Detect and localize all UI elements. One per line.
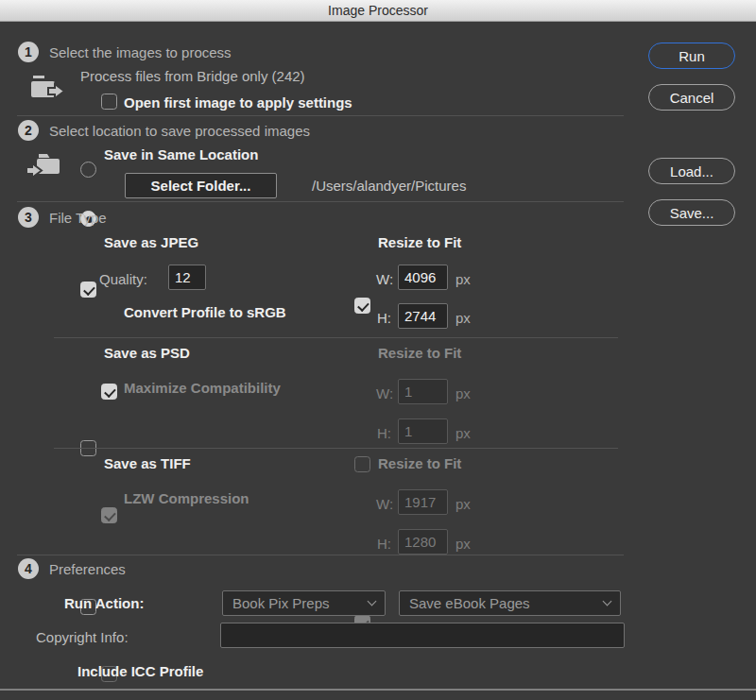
divider — [54, 448, 618, 449]
save-as-tiff-label[interactable]: Save as TIFF — [104, 455, 191, 471]
jpeg-h-unit: px — [455, 310, 471, 326]
image-processor-dialog: Image Processor 1 Select the images to p… — [0, 0, 756, 700]
process-files-icon — [28, 73, 66, 105]
load-button[interactable]: Load... — [648, 158, 735, 184]
psd-w-unit: px — [455, 385, 471, 401]
save-button-label: Save... — [670, 205, 714, 221]
psd-h-label: H: — [377, 425, 391, 441]
psd-w-label: W: — [376, 385, 393, 401]
step3-badge: 3 — [18, 207, 39, 228]
step4-title: Preferences — [49, 561, 126, 577]
include-icc-profile-label[interactable]: Include ICC Profile — [77, 663, 203, 679]
tiff-resize-label: Resize to Fit — [378, 455, 461, 471]
divider — [54, 337, 618, 338]
psd-w-input — [398, 379, 448, 404]
step1-title: Select the images to process — [49, 44, 232, 60]
tiff-h-label: H: — [377, 536, 391, 552]
action-select[interactable]: Save eBook Pages — [399, 590, 621, 616]
quality-input[interactable] — [168, 265, 206, 290]
step2-title: Select location to save processed images — [49, 123, 310, 139]
save-button[interactable]: Save... — [648, 199, 735, 226]
save-same-location-label[interactable]: Save in Same Location — [104, 146, 258, 162]
tiff-h-input — [398, 529, 448, 555]
load-button-label: Load... — [670, 163, 713, 179]
convert-srgb-label[interactable]: Convert Profile to sRGB — [124, 304, 286, 320]
step3-number: 3 — [25, 210, 32, 225]
run-action-label[interactable]: Run Action: — [64, 595, 144, 611]
cancel-button-label: Cancel — [670, 90, 714, 106]
jpeg-h-input[interactable] — [398, 303, 448, 329]
maximize-compatibility-checkbox — [101, 507, 117, 523]
bridge-source-label: Process files from Bridge only (242) — [80, 68, 305, 84]
save-as-jpeg-checkbox[interactable] — [80, 282, 96, 298]
jpeg-h-label: H: — [377, 310, 391, 326]
divider — [17, 201, 624, 202]
select-folder-button-label: Select Folder... — [151, 178, 251, 194]
step2-number: 2 — [25, 123, 32, 138]
open-first-image-label[interactable]: Open first image to apply settings — [124, 94, 352, 111]
step3-title: File Type — [49, 210, 107, 226]
title-bar[interactable]: Image Processor — [0, 0, 756, 22]
run-button[interactable]: Run — [648, 43, 735, 69]
tiff-h-unit: px — [455, 536, 471, 552]
open-first-image-checkbox[interactable] — [101, 94, 117, 110]
psd-resize-checkbox — [354, 456, 370, 472]
psd-h-input — [398, 418, 448, 444]
tiff-w-label: W: — [376, 496, 393, 512]
window-bottom-edge — [0, 689, 756, 691]
tiff-w-input — [398, 489, 448, 515]
copyright-info-input[interactable] — [220, 623, 625, 648]
step4-badge: 4 — [18, 558, 39, 579]
maximize-compatibility-label: Maximize Compatibility — [124, 380, 281, 396]
cancel-button[interactable]: Cancel — [648, 84, 735, 111]
jpeg-resize-checkbox[interactable] — [354, 298, 370, 314]
step1-badge: 1 — [18, 42, 39, 62]
divider — [17, 555, 624, 555]
save-as-psd-label[interactable]: Save as PSD — [104, 345, 190, 361]
select-folder-button[interactable]: Select Folder... — [125, 173, 277, 198]
action-set-value: Book Pix Preps — [232, 595, 369, 611]
run-button-label: Run — [679, 48, 705, 64]
divider — [17, 115, 624, 116]
step4-number: 4 — [25, 561, 32, 576]
action-set-select[interactable]: Book Pix Preps — [222, 590, 386, 616]
save-as-jpeg-label[interactable]: Save as JPEG — [104, 234, 198, 250]
convert-srgb-checkbox[interactable] — [101, 384, 117, 400]
window-title: Image Processor — [328, 3, 428, 18]
chevron-down-icon — [368, 597, 377, 606]
folder-path: /Users/alandyer/Pictures — [312, 178, 466, 194]
chevron-down-icon — [603, 597, 612, 606]
save-folder-icon — [25, 149, 64, 183]
lzw-compression-label: LZW Compression — [124, 490, 249, 506]
copyright-info-label: Copyright Info: — [36, 629, 129, 645]
action-value: Save eBook Pages — [409, 595, 604, 611]
jpeg-w-unit: px — [455, 271, 471, 287]
step2-badge: 2 — [18, 120, 39, 141]
jpeg-resize-label[interactable]: Resize to Fit — [378, 234, 461, 250]
jpeg-w-input[interactable] — [398, 265, 448, 290]
save-same-location-radio[interactable] — [80, 162, 96, 178]
jpeg-w-label: W: — [376, 271, 393, 287]
psd-h-unit: px — [455, 425, 471, 441]
quality-label: Quality: — [99, 271, 147, 287]
psd-resize-label: Resize to Fit — [378, 345, 461, 361]
step1-number: 1 — [25, 44, 32, 60]
tiff-w-unit: px — [455, 496, 471, 512]
